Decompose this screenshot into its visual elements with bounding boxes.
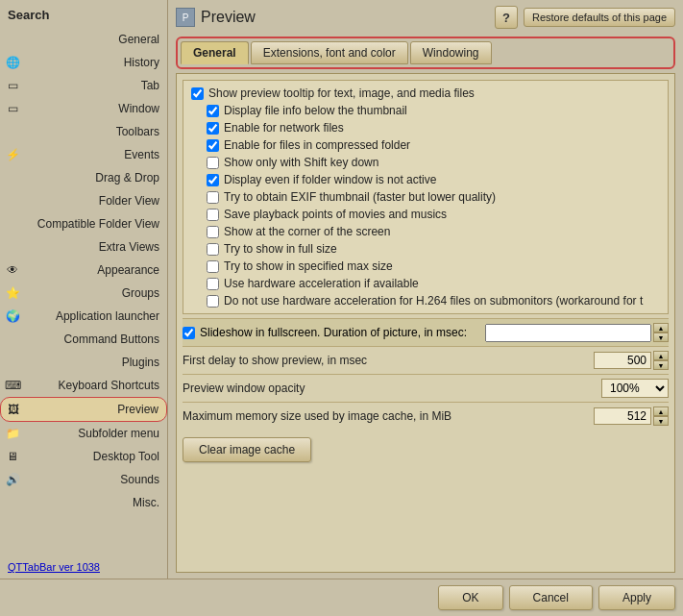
settings-spin-down-memory[interactable]: ▼ — [653, 416, 669, 426]
sidebar-icon-groups: ⭐ — [4, 284, 21, 302]
sidebar-item-misc[interactable]: Misc. — [0, 491, 167, 514]
content-area: Search General🌐History▭Tab▭WindowToolbar… — [0, 0, 683, 579]
checkbox-label-try-exif: Try to obtain EXIF thumbnail (faster but… — [224, 190, 496, 204]
settings-input-memory[interactable] — [594, 407, 651, 425]
settings-input-first-delay[interactable] — [594, 352, 651, 369]
settings-spin-up-memory[interactable]: ▲ — [653, 407, 669, 416]
sidebar-item-folder-view[interactable]: Folder View — [0, 189, 167, 212]
checkbox-label-show-corner: Show at the corner of the screen — [224, 225, 390, 238]
checkbox-enable-network[interactable] — [207, 122, 219, 135]
main-content: P Preview ? Restore defaults of this pag… — [168, 0, 683, 579]
checkbox-save-playback[interactable] — [207, 209, 219, 221]
settings-row-first-delay: First delay to show preview, in msec▲▼ — [183, 346, 669, 374]
sidebar-icon-command-buttons — [4, 331, 21, 348]
sidebar-item-tab[interactable]: ▭Tab — [0, 74, 167, 97]
sidebar-label-preview: Preview — [26, 403, 159, 416]
settings-label-opacity: Preview window opacity — [183, 382, 601, 395]
checkbox-no-hw-accel[interactable] — [207, 295, 219, 308]
checkbox-show-corner[interactable] — [207, 226, 219, 238]
sidebar-item-drag-drop[interactable]: Drag & Drop — [0, 166, 167, 189]
bottom-bar: OK Cancel Apply — [0, 579, 683, 616]
sidebar-icon-preview: 🖼 — [5, 401, 22, 418]
checkbox-show-shift[interactable] — [207, 157, 219, 169]
slideshow-row: Slideshow in fullscreen. Duration of pic… — [183, 318, 669, 346]
slideshow-checkbox[interactable] — [183, 327, 195, 339]
sidebar-label-drag-drop: Drag & Drop — [25, 171, 159, 185]
tab-extensions[interactable]: Extensions, font and color — [251, 41, 408, 64]
sidebar-item-sounds[interactable]: 🔊Sounds — [0, 468, 167, 491]
tabs-container: GeneralExtensions, font and colorWindowi… — [181, 41, 494, 64]
sidebar-icon-subfolder-menu: 📁 — [4, 425, 21, 442]
sidebar-item-command-buttons[interactable]: Command Buttons — [0, 328, 167, 351]
sidebar-label-subfolder-menu: Subfolder menu — [25, 427, 159, 440]
sidebar-item-compatible-folder[interactable]: Compatible Folder View — [0, 212, 167, 235]
clear-cache-button[interactable]: Clear image cache — [183, 437, 311, 462]
checkbox-show-max-size[interactable] — [207, 260, 219, 273]
checkbox-enable-compressed[interactable] — [207, 139, 219, 152]
checkbox-label-enable-network: Enable for network files — [224, 121, 344, 135]
sidebar-label-misc: Misc. — [25, 496, 159, 509]
checkbox-row-display-file-info: Display file info below the thumbnail — [207, 102, 660, 119]
sidebar-item-history[interactable]: 🌐History — [0, 51, 167, 74]
checkboxes-container: Display file info below the thumbnailEna… — [191, 102, 660, 309]
sidebar-label-tab: Tab — [25, 79, 159, 92]
checkbox-row-show-full-size: Try to show in full size — [207, 240, 660, 258]
tab-general[interactable]: General — [181, 41, 249, 64]
sidebar-icon-extra-views — [4, 238, 21, 256]
main-container: Search General🌐History▭Tab▭WindowToolbar… — [0, 0, 683, 616]
sidebar-item-window[interactable]: ▭Window — [0, 97, 167, 120]
settings-label-memory: Maximum memory size used by image cache,… — [183, 409, 594, 423]
checkbox-display-even[interactable] — [207, 174, 219, 186]
tab-windowing[interactable]: Windowing — [410, 41, 492, 64]
restore-defaults-button[interactable]: Restore defaults of this page — [524, 8, 675, 27]
sidebar-footer-link[interactable]: QTTabBar ver 1038 — [0, 555, 167, 579]
checkbox-label-show-max-size: Try to show in specified max size — [224, 259, 393, 273]
sidebar-label-window: Window — [25, 102, 159, 115]
sidebar-label-groups: Groups — [25, 286, 159, 300]
settings-spin-down-first-delay[interactable]: ▼ — [653, 360, 669, 370]
sidebar-item-subfolder-menu[interactable]: 📁Subfolder menu — [0, 422, 167, 445]
sidebar-label-general: General — [25, 33, 159, 46]
checkbox-label-hardware-accel: Use hardware acceleration if available — [224, 277, 419, 290]
checkbox-label-display-even: Display even if folder window is not act… — [224, 173, 436, 186]
sidebar-item-keyboard-shortcuts[interactable]: ⌨Keyboard Shortcuts — [0, 374, 167, 397]
help-button[interactable]: ? — [495, 6, 518, 29]
checkbox-label-save-playback: Save playback points of movies and music… — [224, 208, 447, 221]
sidebar-item-groups[interactable]: ⭐Groups — [0, 282, 167, 305]
settings-dropdown-opacity[interactable]: 100% — [601, 379, 669, 398]
sidebar-icon-general — [4, 31, 21, 48]
checkbox-try-exif[interactable] — [207, 191, 219, 204]
settings-spin-up-first-delay[interactable]: ▲ — [653, 351, 669, 360]
sidebar-icon-sounds: 🔊 — [4, 471, 21, 488]
sidebar-item-desktop-tool[interactable]: 🖥Desktop Tool — [0, 445, 167, 468]
slideshow-spin-down[interactable]: ▼ — [653, 333, 669, 342]
sidebar-item-app-launcher[interactable]: 🌍Application launcher — [0, 305, 167, 328]
sidebar-item-events[interactable]: ⚡Events — [0, 143, 167, 166]
main-checkbox-label: Show preview tooltip for text, image, an… — [208, 86, 475, 100]
slideshow-label: Slideshow in fullscreen. Duration of pic… — [200, 326, 485, 339]
settings-row-memory: Maximum memory size used by image cache,… — [183, 402, 669, 430]
sidebar-icon-events: ⚡ — [4, 146, 21, 163]
checkbox-hardware-accel[interactable] — [207, 278, 219, 290]
settings-row-opacity: Preview window opacity100% — [183, 374, 669, 402]
sidebar-item-preview[interactable]: 🖼Preview — [0, 397, 167, 422]
sidebar-item-toolbars[interactable]: Toolbars — [0, 120, 167, 143]
checkbox-row-enable-compressed: Enable for files in compressed folder — [207, 136, 660, 154]
sidebar-item-extra-views[interactable]: Extra Views — [0, 235, 167, 259]
sidebar-item-general[interactable]: General — [0, 28, 167, 51]
slideshow-spin-up[interactable]: ▲ — [653, 323, 669, 333]
checkbox-display-file-info[interactable] — [207, 105, 219, 117]
cancel-button[interactable]: Cancel — [509, 585, 593, 610]
title-icon-label: P — [183, 12, 189, 23]
checkbox-label-show-shift: Show only with Shift key down — [224, 156, 378, 169]
apply-button[interactable]: Apply — [598, 585, 675, 610]
sidebar-item-appearance[interactable]: 👁Appearance — [0, 259, 167, 282]
checkbox-row-enable-network: Enable for network files — [207, 119, 660, 136]
sidebar-item-plugins[interactable]: Plugins — [0, 351, 167, 374]
main-checkbox[interactable] — [191, 87, 204, 100]
sidebar-label-history: History — [25, 56, 159, 69]
checkbox-show-full-size[interactable] — [207, 243, 219, 256]
slideshow-value[interactable]: 10000 — [485, 324, 651, 342]
sidebar-icon-app-launcher: 🌍 — [4, 308, 21, 325]
ok-button[interactable]: OK — [438, 585, 502, 610]
